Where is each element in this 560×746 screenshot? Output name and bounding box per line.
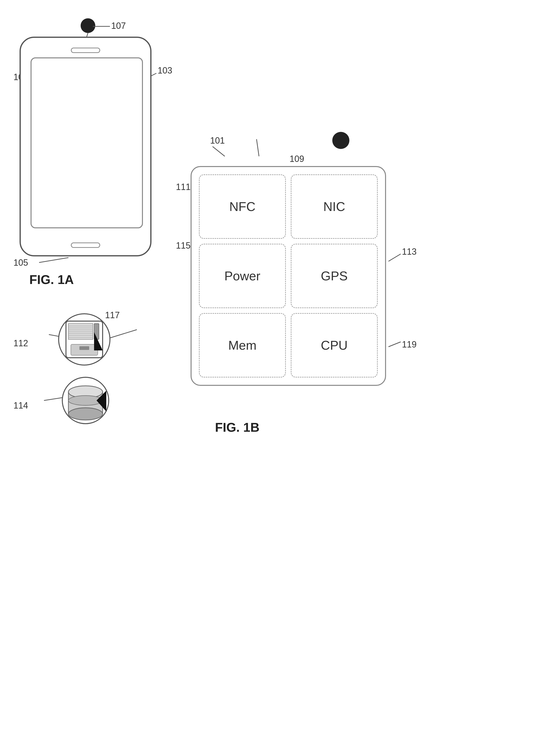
power-cell: Power [199, 244, 286, 308]
label-112: 112 [13, 338, 28, 348]
svg-line-6 [256, 139, 259, 156]
label-103: 103 [158, 65, 172, 76]
svg-line-8 [389, 254, 401, 261]
gps-cell: GPS [291, 244, 378, 308]
label-111: 111 [176, 182, 191, 192]
speaker-top [71, 48, 100, 53]
smartphone-screen [31, 57, 143, 228]
label-105: 105 [13, 258, 28, 268]
label-107: 107 [111, 21, 126, 31]
cpu-cell: CPU [291, 313, 378, 377]
nic-cell: NIC [291, 174, 378, 239]
floppy-disk-icon [57, 313, 111, 366]
label-119: 119 [402, 339, 417, 350]
nfc-cell: NFC [199, 174, 286, 239]
svg-line-13 [389, 342, 401, 347]
svg-rect-26 [79, 346, 89, 350]
label-114: 114 [13, 400, 28, 411]
speaker-bottom [71, 242, 100, 248]
svg-line-4 [39, 258, 68, 262]
label-109: 109 [289, 154, 304, 164]
smartphone-body [20, 37, 151, 256]
fig1b-label: FIG. 1B [215, 420, 259, 435]
label-113: 113 [402, 247, 417, 257]
label-115: 115 [176, 240, 191, 251]
module-grid: NFC NIC Power GPS Mem CPU [191, 166, 386, 386]
wireless-dot [332, 132, 349, 149]
label-101: 101 [210, 136, 225, 146]
fig1a-label: FIG. 1A [29, 272, 74, 287]
svg-point-32 [68, 408, 103, 420]
svg-line-5 [213, 146, 225, 156]
database-icon [61, 376, 110, 425]
camera-dot [81, 18, 95, 33]
mem-cell: Mem [199, 313, 286, 377]
